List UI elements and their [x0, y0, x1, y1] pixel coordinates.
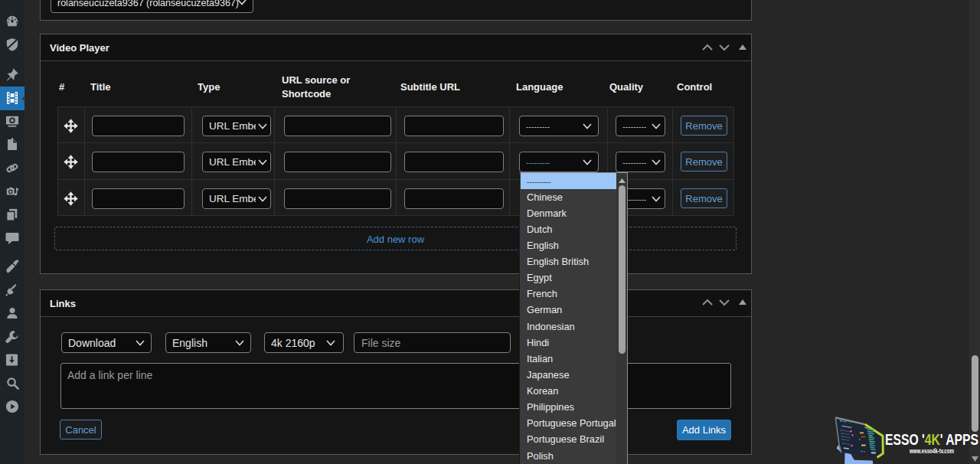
svg-text:ESSO '4K' APPS: ESSO '4K' APPS [885, 430, 978, 449]
svg-text:www.esso4k-tv.com: www.esso4k-tv.com [909, 446, 954, 454]
